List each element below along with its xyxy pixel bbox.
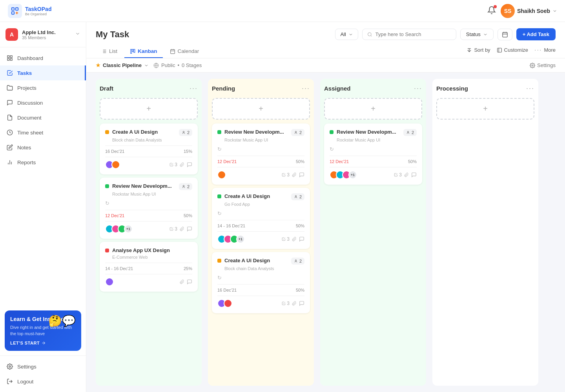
add-card-button-pending[interactable]: + [212, 98, 310, 120]
search-icon [367, 32, 372, 37]
col-more-assigned[interactable]: ··· [414, 84, 422, 93]
tab-kanban[interactable]: Kanban [124, 45, 163, 58]
paperclip-icon [180, 279, 184, 284]
sidebar-item-timesheet[interactable]: Time sheet [0, 125, 86, 140]
svg-rect-5 [7, 58, 9, 60]
sidebar-item-settings[interactable]: Settings [0, 359, 86, 374]
sidebar-item-reports[interactable]: Reports [0, 155, 86, 170]
task-card: Create A Ui Design 2 Go Food App ↻ 14 - … [212, 188, 310, 249]
card-subtitle: Go Food App [217, 202, 304, 207]
progress-pct: 50% [296, 288, 304, 292]
projects-icon [6, 84, 13, 91]
user-menu[interactable]: SS Shaikh Soeb [501, 4, 557, 18]
topbar-right: SS Shaikh Soeb [487, 4, 557, 18]
card-title: Create A Ui Design [224, 258, 288, 263]
card-date: 14 - 16 Dec'21 [217, 223, 245, 228]
col-cards-assigned: Review New Developm... 2 Rockstar Music … [324, 123, 422, 185]
tab-list[interactable]: List [96, 45, 123, 58]
add-task-button[interactable]: + Add Task [516, 28, 556, 40]
sidebar-item-notes[interactable]: Notes [0, 140, 86, 155]
add-card-button-assigned[interactable]: + [324, 98, 422, 120]
notification-button[interactable] [487, 6, 496, 16]
card-dot [217, 194, 221, 198]
sidebar-item-dashboard[interactable]: Dashboard [0, 51, 86, 65]
card-dot [105, 130, 109, 134]
status-select[interactable]: Status [460, 29, 494, 40]
status-chevron-icon [483, 32, 488, 37]
card-date: 12 Dec'21 [105, 213, 124, 218]
add-card-button-draft[interactable]: + [100, 98, 198, 120]
search-box[interactable] [362, 29, 456, 40]
col-title-assigned: Assigned [324, 85, 351, 92]
tab-calendar[interactable]: Calendar [164, 45, 205, 58]
org-chevron-icon[interactable] [75, 31, 80, 38]
sidebar-item-projects[interactable]: Projects [0, 80, 86, 95]
app-tagline: Be Organised [25, 12, 51, 16]
pipeline-button[interactable]: ★ Classic Pipeline [96, 62, 149, 68]
sidebar-label-timesheet: Time sheet [17, 130, 43, 136]
col-more-pending[interactable]: ··· [302, 84, 310, 93]
sidebar-item-tasks[interactable]: Tasks [0, 65, 86, 80]
add-card-button-processing[interactable]: + [436, 98, 534, 120]
logo-icon [8, 4, 22, 18]
filter-select[interactable]: All [335, 29, 358, 40]
task-card: Review New Developm... 2 Rockstar Music … [212, 123, 310, 185]
calendar-button[interactable] [498, 29, 512, 40]
svg-point-38 [183, 131, 184, 132]
col-header-draft: Draft ··· [100, 83, 198, 94]
progress-pct: 25% [184, 266, 192, 271]
kanban-subheader: ★ Classic Pipeline Public • 0 Stages Set… [86, 58, 565, 73]
card-badge: 2 [179, 183, 192, 190]
col-more-draft[interactable]: ··· [190, 84, 198, 93]
comment-icon [187, 279, 192, 285]
comment-icon [299, 172, 304, 178]
card-badge: 2 [179, 129, 192, 136]
settings-label: Settings [537, 62, 556, 68]
pipeline-settings-button[interactable]: Settings [530, 62, 556, 68]
content-header: My Task All Status [86, 22, 565, 58]
arrow-right-icon [41, 341, 46, 345]
learn-cta-button[interactable]: LET'S START [10, 341, 76, 345]
svg-point-11 [9, 366, 11, 367]
card-dot [217, 130, 221, 134]
avatar-plus: +1 [236, 235, 245, 243]
avatar-plus: +1 [124, 225, 133, 233]
mini-avatar [105, 278, 114, 286]
org-name: Apple Ltd Inc. [22, 29, 56, 35]
kanban-icon [130, 49, 135, 54]
svg-rect-6 [10, 58, 12, 60]
globe-icon [153, 63, 159, 68]
svg-point-39 [183, 185, 184, 187]
col-more-processing[interactable]: ··· [526, 84, 534, 93]
sidebar-item-logout[interactable]: Logout [0, 374, 86, 389]
tasks-icon [6, 69, 13, 76]
refresh-icon: ↻ [330, 146, 334, 152]
customize-button[interactable]: Customize [497, 47, 528, 53]
sidebar-nav: Dashboard Tasks Projects [0, 47, 86, 306]
more-button[interactable]: ··· More [534, 47, 556, 54]
paperclip-icon [292, 237, 297, 241]
card-title: Review New Developm... [337, 129, 400, 135]
tab-list-label: List [109, 48, 117, 54]
task-count: 3 [170, 226, 177, 232]
card-subtitle: Block chain Data Analysts [105, 138, 192, 142]
paperclip-icon [404, 172, 409, 177]
search-input[interactable] [375, 31, 451, 37]
task-count: 3 [282, 236, 290, 242]
avatar: SS [501, 4, 515, 18]
paperclip-icon [292, 301, 297, 306]
kanban-col-draft: Draft ··· + Create A Ui Design 2 Block c… [96, 79, 202, 386]
sidebar-label-logout: Logout [17, 379, 33, 385]
card-dot [105, 184, 109, 188]
sort-button[interactable]: Sort by [467, 47, 490, 53]
svg-point-43 [407, 131, 408, 132]
paperclip-icon [292, 172, 297, 177]
sidebar-label-dashboard: Dashboard [17, 55, 43, 61]
card-dot [105, 249, 109, 252]
task-card: Create A Ui Design 2 Block chain Data An… [212, 252, 310, 313]
sidebar-item-document[interactable]: Document [0, 110, 86, 125]
sidebar-item-discussion[interactable]: Discussion [0, 95, 86, 110]
task-card: Create A Ui Design 2 Block chain Data An… [100, 123, 198, 174]
card-date: 16 Dec'21 [105, 149, 124, 154]
svg-point-40 [295, 131, 296, 132]
